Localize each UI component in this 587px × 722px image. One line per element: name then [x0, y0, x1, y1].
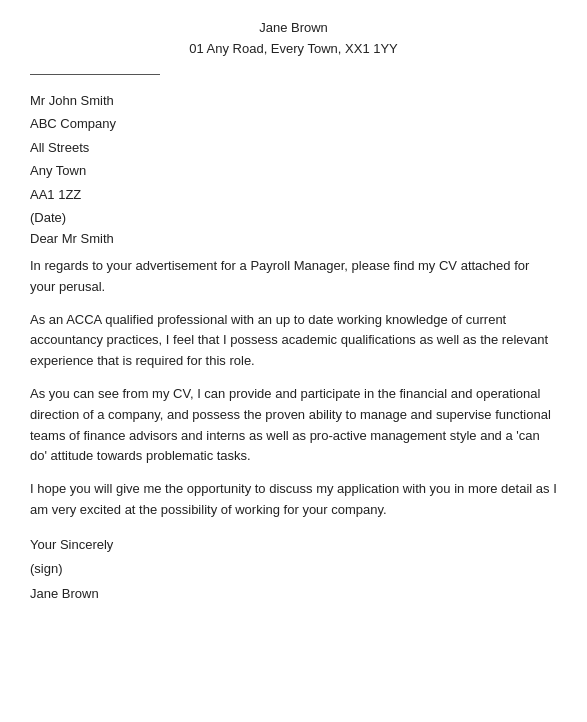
- recipient-company: ABC Company: [30, 112, 557, 135]
- sender-address: 01 Any Road, Every Town, XX1 1YY: [30, 41, 557, 56]
- recipient-street: All Streets: [30, 136, 557, 159]
- paragraph-1: In regards to your advertisement for a P…: [30, 256, 557, 298]
- header-divider: [30, 74, 160, 75]
- valediction: Your Sincerely: [30, 533, 557, 558]
- recipient-block: Mr John Smith ABC Company All Streets An…: [30, 89, 557, 206]
- paragraph-2: As an ACCA qualified professional with a…: [30, 310, 557, 372]
- paragraph-3: As you can see from my CV, I can provide…: [30, 384, 557, 467]
- recipient-name: Mr John Smith: [30, 89, 557, 112]
- sender-name: Jane Brown: [30, 20, 557, 35]
- sender-sign-name: Jane Brown: [30, 582, 557, 607]
- recipient-town: Any Town: [30, 159, 557, 182]
- recipient-postcode: AA1 1ZZ: [30, 183, 557, 206]
- letter-container: Jane Brown 01 Any Road, Every Town, XX1 …: [30, 20, 557, 607]
- paragraph-4: I hope you will give me the opportunity …: [30, 479, 557, 521]
- letter-closing: Your Sincerely (sign) Jane Brown: [30, 533, 557, 607]
- sign-placeholder: (sign): [30, 557, 557, 582]
- letter-salutation: Dear Mr Smith: [30, 231, 557, 246]
- letter-header: Jane Brown 01 Any Road, Every Town, XX1 …: [30, 20, 557, 56]
- letter-date: (Date): [30, 210, 557, 225]
